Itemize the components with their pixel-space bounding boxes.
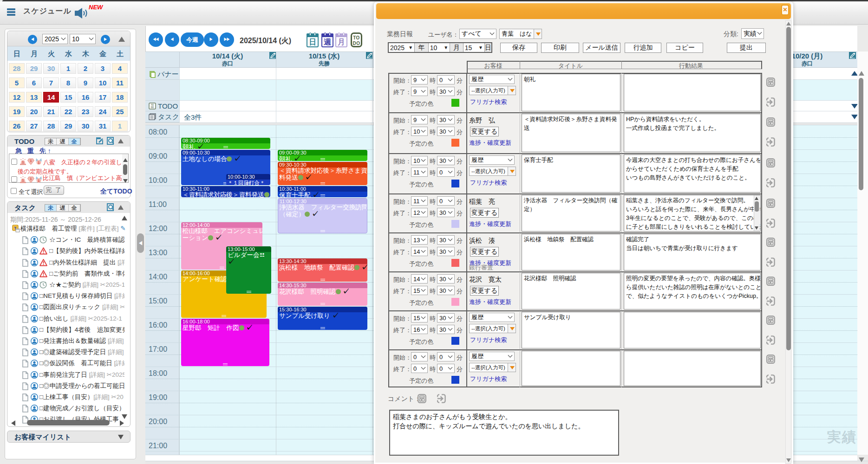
svg-text:DO: DO [151, 106, 154, 109]
svg-text:1: 1 [22, 161, 24, 164]
svg-text:1: 1 [30, 177, 32, 180]
svg-text:1: 1 [30, 159, 32, 162]
svg-text:1: 1 [38, 179, 40, 182]
svg-text:1: 1 [22, 179, 24, 182]
svg-text:1: 1 [38, 161, 40, 164]
